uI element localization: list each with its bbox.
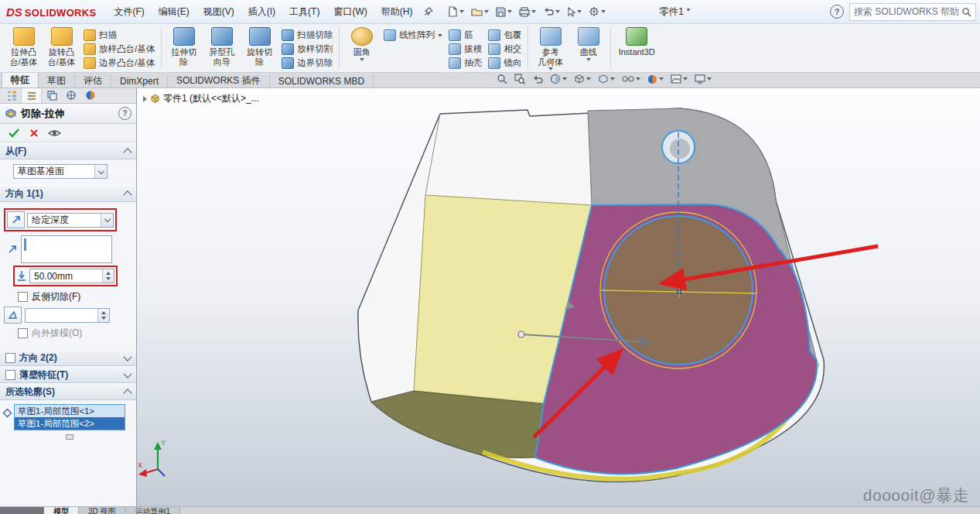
menu-window[interactable]: 窗口(W) xyxy=(326,0,374,23)
dropdown-arrow-icon[interactable] xyxy=(94,165,107,178)
preview-eye-button[interactable] xyxy=(48,128,61,138)
drag-handle-knob[interactable] xyxy=(518,331,524,338)
apply-scene-button[interactable] xyxy=(671,74,688,84)
options-button[interactable] xyxy=(586,5,608,19)
spinner-buttons[interactable] xyxy=(102,269,114,283)
boundary-boss-button[interactable]: 边界凸台/基体 xyxy=(81,57,157,70)
hole-wizard-button[interactable]: 异型孔向导 xyxy=(203,26,240,67)
motion-study-tab[interactable]: 运动算例1 xyxy=(126,507,181,514)
property-manager-tab-icon xyxy=(26,90,37,101)
pm-help-icon[interactable]: ? xyxy=(118,107,131,120)
contour-list-item[interactable]: 草图1-局部范围<1> xyxy=(15,405,125,417)
flip-side-to-cut-row[interactable]: 反侧切除(F) xyxy=(18,290,131,303)
reference-geometry-button[interactable]: 参考几何体 xyxy=(532,26,569,70)
tab-solidworks-addins[interactable]: SOLIDWORKS 插件 xyxy=(168,74,270,87)
property-manager-tab[interactable] xyxy=(21,87,42,103)
zoom-fit-button[interactable] xyxy=(497,74,507,84)
view-orientation-button[interactable] xyxy=(574,74,591,84)
extruded-cut-button[interactable]: 拉伸切除 xyxy=(166,26,202,67)
direction2-checkbox[interactable] xyxy=(5,353,15,363)
start-condition-dropdown[interactable]: 草图基准面 xyxy=(13,164,108,179)
menu-insert[interactable]: 插入(I) xyxy=(241,0,282,23)
section-from[interactable]: 从(F) xyxy=(0,142,136,159)
boundary-cut-button[interactable]: 边界切除 xyxy=(279,57,335,70)
curves-button[interactable]: 曲线 xyxy=(570,26,606,61)
select-button[interactable] xyxy=(565,5,584,19)
new-document-button[interactable] xyxy=(446,5,466,19)
section-selected-contours[interactable]: 所选轮廓(S) xyxy=(0,383,136,400)
linear-pattern-button[interactable]: 线性阵列 xyxy=(381,29,445,42)
contour-list-item[interactable]: 草图1-局部范围<2> xyxy=(15,417,125,430)
pin-menu-icon[interactable] xyxy=(424,7,433,16)
section-view-button[interactable] xyxy=(550,74,567,84)
mirror-button[interactable]: 镜向 xyxy=(486,57,524,70)
extruded-boss-button[interactable]: 拉伸凸台/基体 xyxy=(5,26,42,67)
draft-button[interactable]: 拔模 xyxy=(446,43,484,56)
selected-contours-list[interactable]: 草图1-局部范围<1> 草图1-局部范围<2> xyxy=(14,404,125,430)
section-thin-feature[interactable]: 薄壁特征(T) xyxy=(0,366,136,383)
cancel-button[interactable] xyxy=(29,128,39,138)
ok-button[interactable] xyxy=(8,128,20,138)
previous-view-button[interactable] xyxy=(532,74,543,84)
intersect-button[interactable]: 相交 xyxy=(486,43,524,56)
list-resize-handle[interactable] xyxy=(66,434,73,440)
rib-button[interactable]: 筋 xyxy=(446,29,484,42)
section-direction1[interactable]: 方向 1(1) xyxy=(0,185,136,202)
lofted-cut-button[interactable]: 放样切割 xyxy=(279,43,335,56)
tab-solidworks-mbd[interactable]: SOLIDWORKS MBD xyxy=(270,74,374,87)
flyout-feature-tree[interactable]: 零件1 (默认<<默认>_... xyxy=(143,92,259,105)
swept-boss-button[interactable]: 扫描 xyxy=(81,29,157,42)
wrap-button[interactable]: 包覆 xyxy=(486,29,524,42)
tab-dimxpert[interactable]: DimXpert xyxy=(111,74,168,87)
feature-manager-tab[interactable] xyxy=(2,87,21,103)
swept-cut-button[interactable]: 扫描切除 xyxy=(279,29,335,42)
zoom-to-area-button[interactable] xyxy=(514,74,525,84)
undo-button[interactable] xyxy=(541,5,562,18)
tree-expander-icon[interactable] xyxy=(143,96,147,102)
lofted-boss-button[interactable]: 放样凸台/基体 xyxy=(81,43,157,56)
depth-spinner[interactable]: 50.00mm xyxy=(29,269,114,283)
draft-outward-row[interactable]: 向外拔模(O) xyxy=(18,327,131,340)
instant3d-button[interactable]: Instant3D xyxy=(615,26,658,57)
tab-evaluate[interactable]: 评估 xyxy=(75,74,111,87)
hide-show-items-button[interactable] xyxy=(622,75,640,83)
section-direction2[interactable]: 方向 2(2) xyxy=(0,349,136,366)
draft-on-off-button[interactable] xyxy=(4,307,22,324)
search-input[interactable]: 搜索 SOLIDWORKS 帮助 xyxy=(849,3,976,21)
dropdown-arrow-icon[interactable] xyxy=(101,214,113,227)
direction-reference-box[interactable] xyxy=(21,235,112,263)
graphics-area[interactable]: 零件1 (默认<<默认>_... xyxy=(137,87,980,514)
configuration-manager-tab[interactable] xyxy=(42,87,61,103)
draft-angle-spinner[interactable] xyxy=(25,308,110,323)
save-button[interactable] xyxy=(493,5,514,19)
shell-button[interactable]: 抽壳 xyxy=(446,57,484,70)
print-button[interactable] xyxy=(517,5,538,19)
thin-feature-checkbox[interactable] xyxy=(5,370,15,380)
edit-appearance-button[interactable] xyxy=(647,74,664,84)
open-button[interactable] xyxy=(469,5,491,19)
display-style-button[interactable] xyxy=(598,74,615,84)
help-icon[interactable]: ? xyxy=(830,5,844,19)
menu-view[interactable]: 视图(V) xyxy=(196,0,241,23)
fillet-button[interactable]: 圆角 xyxy=(343,26,380,61)
reverse-direction-button[interactable] xyxy=(7,211,25,228)
flip-side-checkbox[interactable] xyxy=(18,292,28,302)
draft-outward-checkbox[interactable] xyxy=(18,328,28,338)
menu-edit[interactable]: 编辑(E) xyxy=(152,0,196,23)
revolved-cut-button[interactable]: 旋转切除 xyxy=(241,26,278,67)
3d-views-tab[interactable]: 3D 视图 xyxy=(79,507,126,514)
menu-tools[interactable]: 工具(T) xyxy=(282,0,326,23)
view-settings-button[interactable] xyxy=(695,74,712,84)
display-manager-tab[interactable] xyxy=(80,87,100,103)
dimxpert-manager-tab[interactable] xyxy=(61,87,80,103)
end-condition-dropdown[interactable]: 给定深度 xyxy=(27,213,114,228)
section-direction1-body: 给定深度 50.00mm 反侧切除(F) xyxy=(0,202,136,349)
tab-features[interactable]: 特征 xyxy=(2,72,39,87)
menu-help[interactable]: 帮助(H) xyxy=(374,0,420,23)
spinner-buttons[interactable] xyxy=(97,309,109,322)
menu-file[interactable]: 文件(F) xyxy=(107,0,151,23)
tab-sketch[interactable]: 草图 xyxy=(39,74,75,87)
revolved-boss-button[interactable]: 旋转凸台/基体 xyxy=(43,26,80,67)
model-tab[interactable]: 模型 xyxy=(44,507,79,514)
part-3d-view[interactable]: X Y xyxy=(137,87,980,514)
